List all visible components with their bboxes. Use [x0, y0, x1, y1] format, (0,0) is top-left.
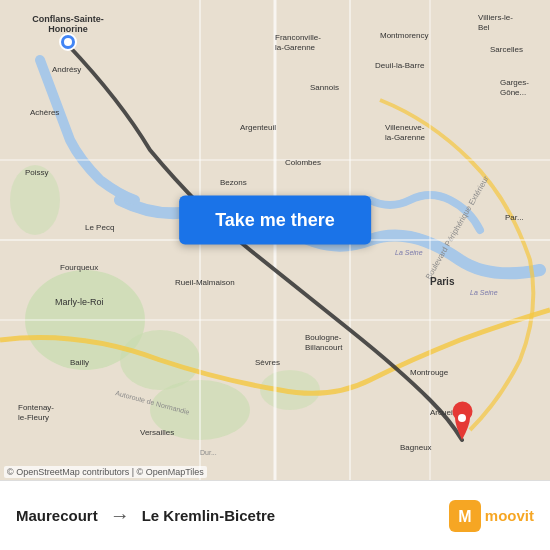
moovit-logo-icon: M [449, 500, 481, 532]
svg-text:Poissy: Poissy [25, 168, 49, 177]
svg-text:Argenteuil: Argenteuil [240, 123, 276, 132]
svg-text:La Seine: La Seine [395, 249, 423, 256]
svg-text:Deuil-la-Barre: Deuil-la-Barre [375, 61, 425, 70]
svg-text:Garges-: Garges- [500, 78, 529, 87]
svg-text:Paris: Paris [430, 276, 455, 287]
moovit-logo: M moovit [449, 500, 534, 532]
map-attribution: © OpenStreetMap contributors | © OpenMap… [4, 466, 207, 478]
button-overlay: Take me there [179, 196, 371, 245]
svg-text:M: M [458, 508, 471, 525]
svg-text:Dur...: Dur... [200, 449, 217, 456]
svg-text:Rueil-Malmaison: Rueil-Malmaison [175, 278, 235, 287]
take-me-there-button[interactable]: Take me there [179, 196, 371, 245]
destination-label: Le Kremlin-Bicetre [142, 507, 275, 524]
svg-point-56 [458, 414, 466, 422]
svg-text:Bel: Bel [478, 23, 490, 32]
svg-text:Arcueil: Arcueil [430, 408, 455, 417]
svg-text:Sèvres: Sèvres [255, 358, 280, 367]
svg-text:Fourqueux: Fourqueux [60, 263, 98, 272]
arrow-icon: → [110, 504, 130, 527]
svg-text:Honorine: Honorine [48, 24, 88, 34]
svg-text:Le Pecq: Le Pecq [85, 223, 114, 232]
svg-text:Bezons: Bezons [220, 178, 247, 187]
svg-text:Colombes: Colombes [285, 158, 321, 167]
svg-text:la-Garenne: la-Garenne [385, 133, 426, 142]
bottom-bar: Maurecourt → Le Kremlin-Bicetre M moovit [0, 480, 550, 550]
svg-text:Bailly: Bailly [70, 358, 89, 367]
route-info: Maurecourt → Le Kremlin-Bicetre [16, 504, 449, 527]
svg-text:Franconville-: Franconville- [275, 33, 321, 42]
svg-text:Sannois: Sannois [310, 83, 339, 92]
map-container: Boulevard Périphérique Extérieur Conflan… [0, 0, 550, 480]
svg-point-55 [64, 38, 72, 46]
svg-text:Fontenay-: Fontenay- [18, 403, 54, 412]
svg-text:Achères: Achères [30, 108, 59, 117]
svg-text:Sarcelles: Sarcelles [490, 45, 523, 54]
svg-text:Andrésy: Andrésy [52, 65, 81, 74]
svg-text:Bagneux: Bagneux [400, 443, 432, 452]
svg-text:Conflans-Sainte-: Conflans-Sainte- [32, 14, 104, 24]
svg-text:Billancourt: Billancourt [305, 343, 343, 352]
moovit-text: moovit [485, 507, 534, 524]
svg-text:Par...: Par... [505, 213, 524, 222]
svg-text:Marly-le-Roi: Marly-le-Roi [55, 297, 104, 307]
svg-text:Villiers-le-: Villiers-le- [478, 13, 513, 22]
svg-text:La Seine: La Seine [470, 289, 498, 296]
svg-text:Montmorency: Montmorency [380, 31, 428, 40]
svg-text:Boulogne-: Boulogne- [305, 333, 342, 342]
svg-text:le-Fleury: le-Fleury [18, 413, 49, 422]
svg-text:Gône...: Gône... [500, 88, 526, 97]
svg-text:Montrouge: Montrouge [410, 368, 449, 377]
svg-text:la-Garenne: la-Garenne [275, 43, 316, 52]
svg-text:Versailles: Versailles [140, 428, 174, 437]
origin-label: Maurecourt [16, 507, 98, 524]
svg-text:Villeneuve-: Villeneuve- [385, 123, 425, 132]
